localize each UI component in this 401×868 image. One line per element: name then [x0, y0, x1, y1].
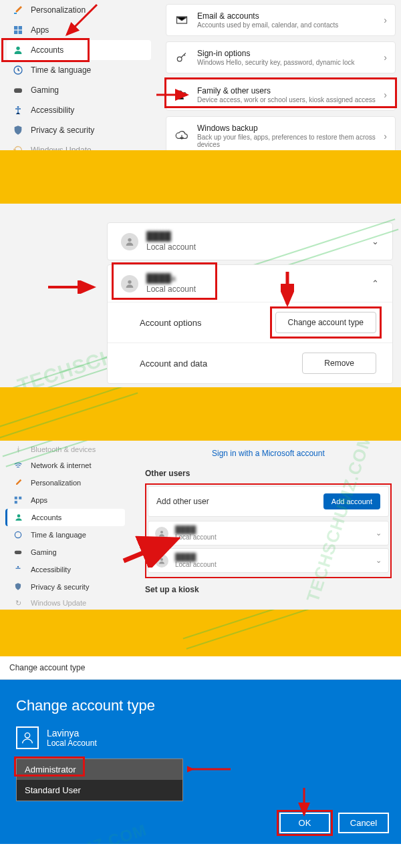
- sidebar-item-accounts[interactable]: Accounts: [5, 509, 125, 526]
- card-title: Windows backup: [197, 124, 376, 133]
- account-type-dropdown[interactable]: Administrator Standard User: [16, 758, 183, 801]
- sidebar-item-gaming[interactable]: Gaming: [0, 544, 130, 561]
- account-data-label: Account and data: [140, 359, 207, 369]
- clock-icon: [12, 529, 24, 541]
- cancel-button[interactable]: Cancel: [338, 813, 389, 833]
- person-icon: [12, 44, 24, 56]
- avatar-icon: [121, 233, 138, 250]
- user-row-header[interactable]: ████aLocal account ⌃: [108, 265, 392, 302]
- sidebar-label: Gaming: [31, 85, 59, 95]
- divider: [0, 387, 401, 441]
- svg-point-15: [128, 238, 131, 241]
- card-subtitle: Back up your files, apps, preferences to…: [197, 134, 376, 148]
- watermark: TECHSCHUMZ.COM: [0, 821, 149, 844]
- gamepad-icon: [12, 84, 24, 96]
- chevron-right-icon: ›: [384, 131, 387, 142]
- add-other-user-label: Add other user: [156, 497, 209, 506]
- other-users-panel: TECHSCHUMZ.COM ████Local account ⌄ ████a…: [0, 204, 401, 387]
- backup-icon: [174, 129, 189, 144]
- sidebar-item-privacy-security[interactable]: Privacy & security: [0, 578, 130, 596]
- remove-button[interactable]: Remove: [302, 353, 376, 374]
- sidebar-item-gaming[interactable]: Gaming: [0, 80, 158, 100]
- card-email-accounts[interactable]: Email & accountsAccounts used by email, …: [166, 4, 396, 36]
- user-row[interactable]: ████Local account ⌄: [148, 548, 389, 573]
- signin-microsoft-link[interactable]: Sign in with a Microsoft account: [212, 449, 392, 458]
- sidebar-item-apps[interactable]: Apps: [0, 20, 158, 40]
- annotation-arrow: [47, 280, 100, 294]
- update-icon: ↻: [12, 597, 24, 609]
- svg-point-26: [160, 531, 163, 533]
- chevron-right-icon: ›: [384, 52, 387, 63]
- add-account-button[interactable]: Add account: [323, 493, 380, 509]
- sidebar-item-accessibility[interactable]: Accessibility: [0, 561, 130, 578]
- dialog-user-name: Lavinya: [47, 728, 97, 738]
- chevron-right-icon: ›: [384, 15, 387, 25]
- svg-rect-24: [15, 551, 22, 554]
- sidebar-label: Windows Update: [31, 146, 92, 150]
- update-icon: [12, 144, 24, 150]
- sidebar-item-privacy-security[interactable]: Privacy & security: [0, 120, 158, 140]
- settings-detail-panel: Email & accountsAccounts used by email, …: [158, 0, 401, 150]
- sidebar-item-personalization[interactable]: Personalization: [0, 0, 158, 20]
- other-users-highlighted-box: Add other user Add account ████Local acc…: [145, 483, 392, 578]
- svg-point-12: [184, 93, 186, 95]
- ok-button[interactable]: OK: [279, 813, 330, 833]
- dropdown-option-standard-user[interactable]: Standard User: [17, 780, 182, 801]
- annotation-arrow: [187, 764, 234, 775]
- sidebar-label: Accounts: [31, 45, 63, 55]
- chevron-down-icon: ⌄: [376, 529, 382, 537]
- user-row[interactable]: ████Local account ⌄: [148, 521, 389, 546]
- card-title: Sign-in options: [197, 49, 376, 58]
- svg-rect-4: [19, 31, 22, 34]
- settings-window-2: ᚼBluetooth & devices Network & internet …: [0, 441, 401, 610]
- sidebar-item-personalization[interactable]: Personalization: [0, 474, 130, 491]
- svg-rect-20: [19, 497, 21, 499]
- apps-icon: [12, 24, 24, 36]
- sidebar-item-accessibility[interactable]: Accessibility: [0, 100, 158, 120]
- sidebar-item-time-language[interactable]: Time & language: [0, 526, 130, 544]
- shield-icon: [12, 581, 24, 593]
- card-subtitle: Windows Hello, security key, password, d…: [197, 59, 376, 66]
- user-row[interactable]: ████Local account ⌄: [107, 222, 393, 260]
- change-account-type-dialog: Change account type Change account type …: [0, 656, 401, 844]
- change-account-type-button[interactable]: Change account type: [275, 312, 376, 333]
- mail-icon: [174, 13, 189, 27]
- svg-point-8: [17, 106, 19, 108]
- card-windows-backup[interactable]: Windows backupBack up your files, apps, …: [166, 116, 396, 150]
- card-signin-options[interactable]: Sign-in optionsWindows Hello, security k…: [166, 41, 396, 73]
- add-other-user-row: Add other user Add account: [148, 486, 389, 517]
- avatar-icon: [121, 275, 138, 292]
- svg-rect-3: [14, 31, 17, 34]
- dropdown-option-administrator[interactable]: Administrator: [17, 759, 182, 780]
- dialog-titlebar: Change account type: [0, 656, 401, 680]
- sidebar-item-network[interactable]: Network & internet: [0, 457, 130, 474]
- svg-point-23: [15, 531, 21, 537]
- sidebar-item-apps[interactable]: Apps: [0, 491, 130, 509]
- svg-point-22: [17, 514, 21, 517]
- person-icon: [13, 511, 25, 523]
- account-options-label: Account options: [140, 318, 202, 328]
- divider: [0, 610, 401, 656]
- accessibility-icon: [12, 104, 24, 116]
- svg-point-27: [160, 558, 163, 561]
- card-title: Email & accounts: [197, 11, 376, 21]
- accessibility-icon: [12, 564, 24, 576]
- card-family-other-users[interactable]: Family & other usersDevice access, work …: [166, 79, 396, 111]
- card-subtitle: Accounts used by email, calendar, and co…: [197, 21, 376, 29]
- svg-rect-1: [14, 26, 17, 29]
- sidebar-item-windows-update[interactable]: Windows Update: [0, 140, 158, 150]
- chevron-right-icon: ›: [384, 89, 387, 100]
- sidebar-label: Privacy & security: [31, 126, 94, 135]
- sidebar-label: Time & language: [31, 65, 91, 75]
- sidebar-item-accounts[interactable]: Accounts: [7, 40, 151, 60]
- settings-window-1: Personalization Apps Accounts Time & lan…: [0, 0, 401, 150]
- brush-icon: [12, 477, 24, 489]
- gamepad-icon: [12, 546, 24, 558]
- apps-icon: [12, 494, 24, 506]
- sidebar-item-bluetooth[interactable]: ᚼBluetooth & devices: [0, 442, 130, 457]
- sidebar-item-windows-update[interactable]: ↻Windows Update: [0, 596, 130, 610]
- settings-sidebar: Personalization Apps Accounts Time & lan…: [0, 0, 158, 150]
- settings-sidebar: ᚼBluetooth & devices Network & internet …: [0, 441, 130, 610]
- dialog-user-type: Local Account: [47, 738, 97, 748]
- sidebar-item-time-language[interactable]: Time & language: [0, 60, 158, 80]
